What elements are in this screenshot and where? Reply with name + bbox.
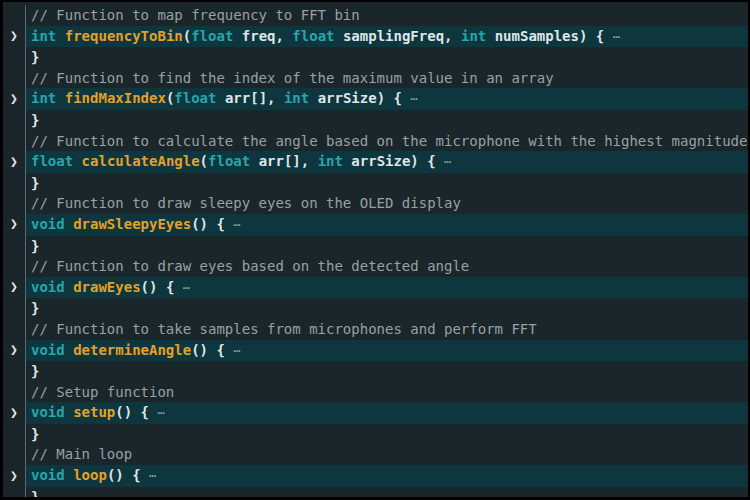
token-pl: } xyxy=(31,175,39,191)
token-fn: setup xyxy=(73,404,115,420)
token-pl: arrSize) { xyxy=(343,153,444,169)
gutter-cell: ❯ xyxy=(3,214,25,236)
folded-code-line[interactable]: ❯void drawSleepyEyes() { ⋯ xyxy=(3,214,748,236)
fold-chevron-icon[interactable]: ❯ xyxy=(10,152,18,173)
token-pl: () { xyxy=(191,216,233,232)
fold-chevron-icon[interactable]: ❯ xyxy=(10,277,18,298)
token-pl: () { xyxy=(115,404,157,420)
gutter-cell xyxy=(3,236,25,257)
code-editor: // Function to map frequency to FFT bin❯… xyxy=(0,0,750,500)
gutter-cell xyxy=(3,173,25,194)
fold-chevron-icon[interactable]: ❯ xyxy=(10,340,18,361)
folded-code-line[interactable]: ❯void drawEyes() { ⋯ xyxy=(3,277,748,299)
folded-code-line[interactable]: ❯int findMaxIndex(float arr[], int arrSi… xyxy=(3,88,748,110)
code-line[interactable]: } xyxy=(3,361,748,382)
token-kw: float xyxy=(31,153,73,169)
gutter-cell xyxy=(3,256,25,277)
code-line[interactable]: // Function to take samples from microph… xyxy=(3,319,748,340)
token-cm: // Function to take samples from microph… xyxy=(31,321,537,337)
code-text: int findMaxIndex(float arr[], int arrSiz… xyxy=(25,88,748,110)
code-line[interactable]: // Main loop xyxy=(3,444,748,465)
code-text: } xyxy=(25,236,748,257)
code-text: int frequencyToBin(float freq, float sam… xyxy=(25,26,748,48)
fold-ellipsis-icon[interactable]: ⋯ xyxy=(183,281,190,295)
code-line[interactable]: } xyxy=(3,173,748,194)
token-cm: // Function to draw sleepy eyes on the O… xyxy=(31,195,461,211)
token-kw: float xyxy=(292,28,334,44)
folded-code-line[interactable]: ❯void loop() { ⋯ xyxy=(3,465,748,487)
code-line[interactable]: } xyxy=(3,298,748,319)
fold-chevron-icon[interactable]: ❯ xyxy=(10,466,18,487)
gutter-cell xyxy=(3,487,25,500)
code-text: } xyxy=(25,173,748,194)
code-line[interactable]: } xyxy=(3,236,748,257)
token-pl xyxy=(65,342,73,358)
folded-code-line[interactable]: ❯int frequencyToBin(float freq, float sa… xyxy=(3,26,748,48)
gutter-cell: ❯ xyxy=(3,277,25,299)
token-pl: samplingFreq, xyxy=(335,28,461,44)
folded-code-line[interactable]: ❯void determineAngle() { ⋯ xyxy=(3,340,748,362)
token-kw: void xyxy=(31,467,65,483)
token-fn: drawSleepyEyes xyxy=(73,216,191,232)
code-line[interactable]: // Function to calculate the angle based… xyxy=(3,131,748,152)
code-line[interactable]: } xyxy=(3,110,748,131)
fold-chevron-icon[interactable]: ❯ xyxy=(10,214,18,235)
token-cm: // Function to calculate the angle based… xyxy=(31,133,747,149)
token-pl: freq, xyxy=(233,28,292,44)
gutter-cell xyxy=(3,193,25,214)
code-text: // Function to take samples from microph… xyxy=(25,319,748,340)
fold-chevron-icon[interactable]: ❯ xyxy=(10,89,18,110)
token-cm: // Function to map frequency to FFT bin xyxy=(31,7,360,23)
token-fn: findMaxIndex xyxy=(65,90,166,106)
fold-ellipsis-icon[interactable]: ⋯ xyxy=(444,155,451,169)
folded-code-line[interactable]: ❯void setup() { ⋯ xyxy=(3,402,748,424)
fold-chevron-icon[interactable]: ❯ xyxy=(10,403,18,424)
token-pl: () { xyxy=(191,342,233,358)
token-cm: // Function to draw eyes based on the de… xyxy=(31,258,469,274)
code-text: // Function to calculate the angle based… xyxy=(25,131,748,152)
fold-ellipsis-icon[interactable]: ⋯ xyxy=(410,92,417,106)
token-pl: } xyxy=(31,238,39,254)
token-pl xyxy=(56,28,64,44)
fold-ellipsis-icon[interactable]: ⋯ xyxy=(233,344,240,358)
fold-ellipsis-icon[interactable]: ⋯ xyxy=(157,406,164,420)
fold-ellipsis-icon[interactable]: ⋯ xyxy=(613,30,620,44)
gutter-cell: ❯ xyxy=(3,340,25,362)
code-line[interactable]: // Function to draw sleepy eyes on the O… xyxy=(3,193,748,214)
gutter-cell xyxy=(3,361,25,382)
code-text: } xyxy=(25,47,748,68)
gutter-cell: ❯ xyxy=(3,151,25,173)
code-line[interactable]: // Function to map frequency to FFT bin xyxy=(3,5,748,26)
code-text: } xyxy=(25,361,748,382)
token-pl xyxy=(73,153,81,169)
folded-code-line[interactable]: ❯float calculateAngle(float arr[], int a… xyxy=(3,151,748,173)
code-line[interactable]: // Setup function xyxy=(3,382,748,403)
gutter-cell xyxy=(3,424,25,445)
gutter-cell xyxy=(3,131,25,152)
code-line[interactable]: // Function to find the index of the max… xyxy=(3,68,748,89)
token-cm: // Setup function xyxy=(31,384,174,400)
token-cm: // Function to find the index of the max… xyxy=(31,70,554,86)
code-text: } xyxy=(25,424,748,445)
token-pl: () { xyxy=(141,279,183,295)
token-kw: int xyxy=(461,28,486,44)
code-text: } xyxy=(25,110,748,131)
code-line[interactable]: // Function to draw eyes based on the de… xyxy=(3,256,748,277)
fold-ellipsis-icon[interactable]: ⋯ xyxy=(149,469,156,483)
code-text: // Function to find the index of the max… xyxy=(25,68,748,89)
code-text: // Function to map frequency to FFT bin xyxy=(25,5,748,26)
code-text: void determineAngle() { ⋯ xyxy=(25,340,748,362)
code-line[interactable]: } xyxy=(3,487,748,500)
gutter-cell xyxy=(3,298,25,319)
fold-chevron-icon[interactable]: ❯ xyxy=(10,26,18,47)
token-pl: numSamples) { xyxy=(486,28,612,44)
code-text: // Function to draw eyes based on the de… xyxy=(25,256,748,277)
code-text: void setup() { ⋯ xyxy=(25,402,748,424)
gutter-cell xyxy=(3,68,25,89)
token-pl xyxy=(65,279,73,295)
code-text: } xyxy=(25,487,748,500)
code-line[interactable]: } xyxy=(3,47,748,68)
token-kw: float xyxy=(174,90,216,106)
code-line[interactable]: } xyxy=(3,424,748,445)
fold-ellipsis-icon[interactable]: ⋯ xyxy=(233,218,240,232)
